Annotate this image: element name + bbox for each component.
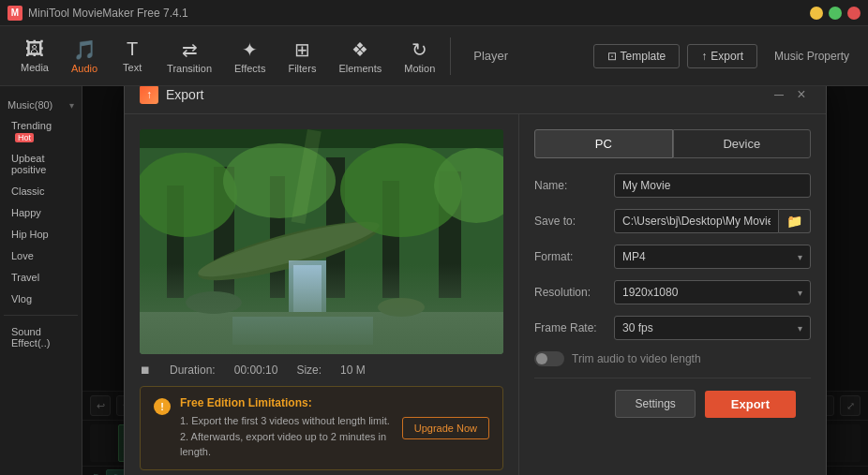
format-label: Format: xyxy=(534,250,614,263)
sidebar-item-vlog[interactable]: Vlog xyxy=(4,289,78,309)
export-button[interactable]: Export xyxy=(705,391,796,418)
effects-label: Effects xyxy=(234,63,265,74)
elements-icon: ❖ xyxy=(352,38,368,61)
modal-header: ↑ Export ─ × xyxy=(125,86,826,114)
sidebar-item-upbeat[interactable]: Upbeat positive xyxy=(4,148,78,180)
sidebar-item-hiphop[interactable]: Hip Hop xyxy=(4,224,78,245)
player-label: Player xyxy=(455,49,527,63)
sidebar-divider xyxy=(4,315,78,316)
upgrade-button[interactable]: Upgrade Now xyxy=(402,417,489,439)
resolution-select[interactable]: 1920x1080 ▾ xyxy=(614,280,811,304)
content-area: ↩ ↪ ⊞ ✂ − + ⤢ ▶ ♫ ♫ ♫ Photo Album xyxy=(82,86,868,475)
toolbar-separator xyxy=(450,37,451,75)
size-label: Size: xyxy=(296,364,322,377)
trim-label: Trim audio to video length xyxy=(572,352,701,365)
filters-icon: ⊞ xyxy=(294,38,310,61)
sidebar-item-travel[interactable]: Travel xyxy=(4,267,78,288)
format-value: MP4 xyxy=(622,250,646,263)
browse-folder-btn[interactable]: 📁 xyxy=(779,209,811,233)
window-controls: ─ □ × xyxy=(810,7,861,20)
framerate-select[interactable]: 30 fps ▾ xyxy=(614,316,811,340)
name-input[interactable] xyxy=(614,173,811,198)
tab-pc[interactable]: PC xyxy=(534,129,673,158)
save-path-input[interactable] xyxy=(614,209,779,233)
svg-rect-13 xyxy=(232,317,373,345)
modal-close-btn[interactable]: × xyxy=(792,86,811,104)
transition-label: Transition xyxy=(167,63,212,74)
toolbar-text[interactable]: T Text xyxy=(109,35,156,77)
audio-label: Audio xyxy=(71,63,97,74)
duration-label: Duration: xyxy=(170,364,216,377)
size-value: 10 M xyxy=(340,364,366,377)
maximize-btn[interactable]: □ xyxy=(829,7,842,20)
format-select[interactable]: MP4 ▾ xyxy=(614,245,811,269)
template-icon: ⊡ xyxy=(607,50,617,63)
export-top-button[interactable]: ↑ Export xyxy=(687,44,757,68)
settings-button[interactable]: Settings xyxy=(615,390,695,418)
warning-icon: ! xyxy=(154,398,171,415)
warning-box: ! Free Edition Limitations: 1. Export th… xyxy=(140,386,503,470)
media-icon: 🖼 xyxy=(25,38,44,60)
template-button[interactable]: ⊡ Template xyxy=(593,44,681,68)
svg-rect-11 xyxy=(293,265,322,317)
effects-icon: ✦ xyxy=(242,38,258,61)
save-to-row: Save to: 📁 xyxy=(534,209,811,233)
toolbar-right: ⊡ Template ↑ Export Music Property xyxy=(593,44,859,68)
framerate-arrow-icon: ▾ xyxy=(798,323,802,334)
preview-image xyxy=(140,129,503,354)
toolbar-filters[interactable]: ⊞ Filters xyxy=(277,35,327,78)
titlebar: M MiniTool MovieMaker Free 7.4.1 ─ □ × xyxy=(0,0,868,26)
preview-info: ⏹ Duration: 00:00:10 Size: 10 M xyxy=(140,364,503,377)
resolution-label: Resolution: xyxy=(534,286,614,299)
export-top-icon: ↑ xyxy=(701,50,707,63)
minimize-btn[interactable]: ─ xyxy=(810,7,823,20)
svg-rect-12 xyxy=(140,312,503,354)
svg-point-17 xyxy=(223,143,336,218)
main-area: Music(80) ▾ Trending Upbeat positive Cla… xyxy=(0,86,868,475)
duration-icon: ⏹ xyxy=(140,364,151,377)
sidebar-arrow-icon: ▾ xyxy=(69,100,74,111)
export-modal: ↑ Export ─ × xyxy=(124,86,827,475)
sidebar-item-love[interactable]: Love xyxy=(4,245,78,266)
resolution-row: Resolution: 1920x1080 ▾ xyxy=(534,280,811,304)
filters-label: Filters xyxy=(288,63,316,74)
warning-line2: 2. Afterwards, export video up to 2 minu… xyxy=(180,429,393,460)
text-icon: T xyxy=(127,38,138,60)
close-btn[interactable]: × xyxy=(847,7,861,20)
modal-overlay: ↑ Export ─ × xyxy=(82,86,868,475)
name-label: Name: xyxy=(534,179,614,192)
warning-title: Free Edition Limitations: xyxy=(180,396,393,409)
sidebar-section-music: Music(80) ▾ xyxy=(0,96,82,114)
toolbar-audio[interactable]: 🎵 Audio xyxy=(60,35,109,78)
transition-icon: ⇄ xyxy=(182,38,198,61)
sidebar-item-soundeffect[interactable]: Sound Effect(..) xyxy=(4,321,78,353)
format-row: Format: MP4 ▾ xyxy=(534,245,811,269)
format-arrow-icon: ▾ xyxy=(798,252,802,262)
sidebar-item-happy[interactable]: Happy xyxy=(4,202,78,223)
trim-toggle[interactable] xyxy=(534,351,564,366)
sidebar-item-trending[interactable]: Trending xyxy=(4,115,78,147)
toolbar-media[interactable]: 🖼 Media xyxy=(9,35,60,77)
sidebar-item-classic[interactable]: Classic xyxy=(4,181,78,201)
tab-device[interactable]: Device xyxy=(673,129,812,158)
svg-point-14 xyxy=(186,291,242,314)
toolbar-motion[interactable]: ↻ Motion xyxy=(393,35,446,78)
duration-value: 00:00:10 xyxy=(234,364,278,377)
sidebar: Music(80) ▾ Trending Upbeat positive Cla… xyxy=(0,86,82,475)
modal-icon: ↑ xyxy=(140,86,158,104)
framerate-value: 30 fps xyxy=(622,321,653,334)
toolbar-effects[interactable]: ✦ Effects xyxy=(223,35,277,78)
toolbar: 🖼 Media 🎵 Audio T Text ⇄ Transition ✦ Ef… xyxy=(0,26,868,86)
motion-label: Motion xyxy=(404,63,435,74)
music-property-label[interactable]: Music Property xyxy=(765,45,859,67)
toolbar-transition[interactable]: ⇄ Transition xyxy=(156,35,223,78)
sidebar-music-count: Music(80) xyxy=(7,99,52,111)
resolution-value: 1920x1080 xyxy=(622,286,678,299)
export-tabs: PC Device xyxy=(534,129,811,158)
svg-point-15 xyxy=(378,298,425,317)
modal-minimize-btn[interactable]: ─ xyxy=(770,86,788,104)
media-label: Media xyxy=(21,62,49,73)
warning-content: Free Edition Limitations: 1. Export the … xyxy=(180,396,393,460)
toolbar-elements[interactable]: ❖ Elements xyxy=(327,35,393,78)
name-row: Name: xyxy=(534,173,811,198)
